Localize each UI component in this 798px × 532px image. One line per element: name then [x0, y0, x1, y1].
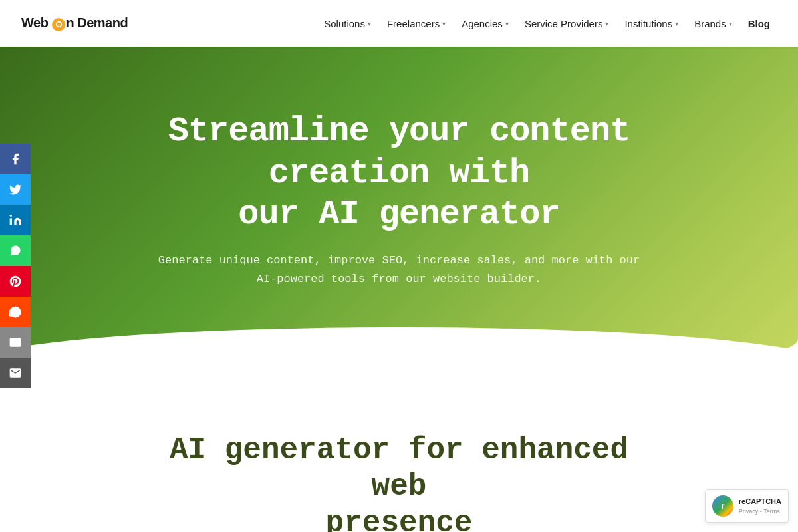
nav-item-service-providers[interactable]: Service Providers ▾ [518, 13, 616, 35]
chevron-down-icon: ▾ [729, 20, 732, 27]
hero-section: Streamline your content creation with ou… [0, 47, 798, 379]
social-share-email[interactable] [0, 327, 31, 358]
logo[interactable]: Web On Demand [21, 15, 128, 31]
recaptcha-logo: r [712, 495, 733, 517]
social-share-linkedin[interactable] [0, 205, 31, 235]
hero-subtext: Generate unique content, improve SEO, in… [146, 251, 652, 287]
nav-link-brands[interactable]: Brands ▾ [688, 13, 739, 35]
chevron-down-icon: ▾ [442, 20, 446, 27]
social-share-whatsapp[interactable] [0, 235, 31, 266]
nav-item-brands[interactable]: Brands ▾ [688, 13, 739, 35]
nav-link-institutions[interactable]: Institutions ▾ [618, 13, 685, 35]
hero-heading: Streamline your content creation with ou… [100, 111, 698, 235]
social-share-twitter[interactable] [0, 174, 31, 205]
svg-point-0 [10, 215, 12, 217]
social-share-email2[interactable] [0, 358, 31, 388]
nav-item-freelancers[interactable]: Freelancers ▾ [380, 13, 452, 35]
nav-link-freelancers[interactable]: Freelancers ▾ [380, 13, 452, 35]
nav-item-agencies[interactable]: Agencies ▾ [455, 13, 515, 35]
social-sidebar [0, 144, 31, 388]
social-share-facebook[interactable] [0, 144, 31, 174]
nav-item-blog[interactable]: Blog [741, 13, 777, 35]
chevron-down-icon: ▾ [505, 20, 509, 27]
below-hero-section: AI generator for enhanced web presence L… [0, 379, 798, 532]
recaptcha-text: reCAPTCHA Privacy - Terms [739, 497, 781, 516]
nav-link-solutions[interactable]: Solutions ▾ [317, 13, 378, 35]
nav-link-agencies[interactable]: Agencies ▾ [455, 13, 515, 35]
chevron-down-icon: ▾ [368, 20, 371, 27]
chevron-down-icon: ▾ [605, 20, 608, 27]
nav-links: Solutions ▾ Freelancers ▾ Agencies ▾ Ser… [317, 13, 777, 35]
chevron-down-icon: ▾ [675, 20, 678, 27]
main-nav: Web On Demand Solutions ▾ Freelancers ▾ … [0, 0, 798, 47]
nav-link-blog[interactable]: Blog [741, 13, 777, 35]
nav-item-institutions[interactable]: Institutions ▾ [618, 13, 685, 35]
nav-item-solutions[interactable]: Solutions ▾ [317, 13, 378, 35]
below-hero-heading: AI generator for enhanced web presence [166, 432, 632, 532]
recaptcha-badge: r reCAPTCHA Privacy - Terms [705, 489, 789, 523]
social-share-pinterest[interactable] [0, 266, 31, 297]
social-share-reddit[interactable] [0, 297, 31, 327]
nav-link-service-providers[interactable]: Service Providers ▾ [518, 13, 616, 35]
